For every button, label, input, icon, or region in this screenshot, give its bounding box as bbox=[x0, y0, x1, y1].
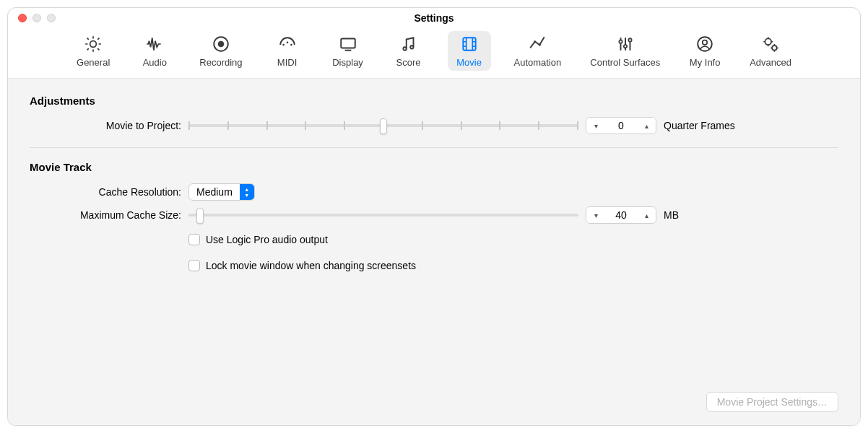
tab-label: Control Surfaces bbox=[590, 57, 660, 68]
cache-resolution-label: Cache Resolution: bbox=[30, 186, 188, 198]
use-audio-output-row[interactable]: Use Logic Pro audio output bbox=[188, 234, 328, 245]
svg-point-4 bbox=[286, 42, 288, 44]
svg-point-5 bbox=[290, 44, 292, 46]
section-movie-track-title: Movie Track bbox=[30, 161, 838, 173]
svg-point-16 bbox=[703, 40, 708, 45]
window-controls bbox=[18, 14, 56, 22]
stepper-increment[interactable]: ▴ bbox=[637, 207, 656, 223]
tab-label: My Info bbox=[690, 57, 721, 68]
slider-thumb[interactable] bbox=[380, 118, 387, 134]
svg-point-14 bbox=[628, 38, 631, 41]
movie-to-project-label: Movie to Project: bbox=[30, 120, 188, 131]
movie-to-project-slider[interactable] bbox=[188, 118, 578, 133]
tab-label: Audio bbox=[143, 57, 167, 68]
tab-movie[interactable]: Movie bbox=[448, 31, 491, 71]
svg-point-0 bbox=[90, 41, 97, 48]
max-cache-size-label: Maximum Cache Size: bbox=[30, 209, 188, 221]
svg-point-10 bbox=[534, 40, 537, 43]
tab-audio[interactable]: Audio bbox=[133, 31, 176, 71]
midi-icon bbox=[277, 34, 298, 54]
tab-recording[interactable]: Recording bbox=[194, 31, 248, 71]
tab-general[interactable]: General bbox=[71, 31, 116, 71]
max-cache-size-unit: MB bbox=[664, 209, 679, 221]
max-cache-size-row: Maximum Cache Size: ▾ 40 ▴ MB bbox=[30, 206, 838, 224]
movie-to-project-row: Movie to Project: ▾ 0 ▴ Quarter Frames bbox=[30, 117, 838, 134]
automation-icon bbox=[527, 34, 547, 54]
tab-control-surfaces[interactable]: Control Surfaces bbox=[584, 31, 666, 71]
svg-point-2 bbox=[218, 41, 225, 48]
movie-to-project-stepper[interactable]: ▾ 0 ▴ bbox=[586, 117, 656, 134]
window-title: Settings bbox=[414, 12, 453, 24]
tab-advanced[interactable]: Advanced bbox=[744, 31, 797, 71]
music-notes-icon bbox=[399, 34, 419, 54]
stepper-value: 0 bbox=[605, 120, 637, 131]
stepper-value: 40 bbox=[605, 209, 637, 221]
use-audio-output-checkbox[interactable] bbox=[188, 234, 200, 245]
slider-thumb[interactable] bbox=[196, 208, 204, 224]
max-cache-size-slider[interactable] bbox=[188, 208, 578, 222]
svg-point-7 bbox=[403, 47, 406, 50]
gear-icon bbox=[83, 34, 103, 54]
stepper-decrement[interactable]: ▾ bbox=[586, 207, 605, 223]
stepper-increment[interactable]: ▴ bbox=[637, 118, 656, 134]
tab-display[interactable]: Display bbox=[326, 31, 370, 71]
checkbox-group: Use Logic Pro audio output Lock movie wi… bbox=[30, 229, 838, 276]
film-icon bbox=[459, 34, 479, 54]
svg-point-8 bbox=[410, 45, 413, 48]
tab-midi[interactable]: MIDI bbox=[266, 31, 309, 71]
zoom-window-button[interactable] bbox=[47, 14, 56, 22]
minimize-window-button[interactable] bbox=[32, 14, 41, 22]
cache-resolution-value: Medium bbox=[189, 186, 240, 198]
tab-label: Score bbox=[396, 57, 421, 68]
tab-label: MIDI bbox=[277, 57, 297, 68]
select-arrow-icon: ▲▼ bbox=[240, 184, 254, 200]
settings-window: Settings General Audio Recording MIDI bbox=[7, 7, 861, 426]
title-bar: Settings bbox=[8, 8, 860, 28]
max-cache-size-stepper[interactable]: ▾ 40 ▴ bbox=[586, 206, 656, 224]
section-adjustments-title: Adjustments bbox=[30, 95, 838, 107]
tab-score[interactable]: Score bbox=[387, 31, 430, 71]
lock-window-row[interactable]: Lock movie window when changing screense… bbox=[188, 260, 416, 271]
sliders-icon bbox=[615, 34, 635, 54]
tab-label: Advanced bbox=[750, 57, 791, 68]
svg-point-11 bbox=[539, 43, 541, 45]
tab-my-info[interactable]: My Info bbox=[683, 31, 726, 71]
settings-content: Adjustments Movie to Project: ▾ 0 ▴ Quar… bbox=[8, 79, 860, 425]
record-icon bbox=[211, 34, 231, 54]
waveform-icon bbox=[144, 34, 165, 54]
settings-toolbar: General Audio Recording MIDI Display bbox=[8, 28, 860, 79]
svg-point-12 bbox=[619, 40, 622, 43]
lock-window-label: Lock movie window when changing screense… bbox=[206, 260, 416, 271]
svg-rect-6 bbox=[341, 38, 355, 48]
stepper-decrement[interactable]: ▾ bbox=[586, 118, 605, 134]
tab-label: Recording bbox=[199, 57, 242, 68]
svg-point-18 bbox=[772, 45, 777, 50]
tab-label: Automation bbox=[514, 57, 562, 68]
gears-icon bbox=[760, 34, 781, 54]
user-icon bbox=[695, 34, 715, 54]
section-divider bbox=[30, 147, 838, 148]
close-window-button[interactable] bbox=[18, 14, 27, 22]
lock-window-checkbox[interactable] bbox=[188, 260, 200, 271]
cache-resolution-select[interactable]: Medium ▲▼ bbox=[188, 183, 255, 201]
svg-rect-9 bbox=[463, 38, 475, 50]
use-audio-output-label: Use Logic Pro audio output bbox=[206, 234, 328, 245]
svg-point-17 bbox=[765, 38, 771, 45]
tab-label: General bbox=[77, 57, 110, 68]
svg-point-3 bbox=[282, 44, 285, 46]
tab-label: Display bbox=[332, 57, 363, 68]
display-icon bbox=[338, 34, 358, 54]
tab-label: Movie bbox=[456, 57, 482, 68]
movie-to-project-unit: Quarter Frames bbox=[664, 120, 735, 131]
svg-point-13 bbox=[624, 45, 627, 48]
tab-automation[interactable]: Automation bbox=[508, 31, 568, 71]
cache-resolution-row: Cache Resolution: Medium ▲▼ bbox=[30, 183, 838, 201]
movie-project-settings-button[interactable]: Movie Project Settings… bbox=[706, 392, 838, 412]
